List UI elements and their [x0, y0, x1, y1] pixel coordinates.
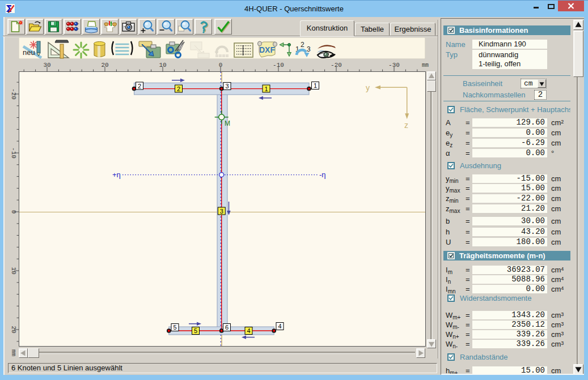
- svg-text:2: 2: [138, 83, 141, 89]
- svg-text:5: 5: [194, 327, 197, 334]
- svg-text:mm: mm: [10, 349, 16, 356]
- svg-text:6: 6: [225, 324, 229, 331]
- svg-text:2: 2: [177, 86, 180, 92]
- svg-text:4: 4: [278, 323, 281, 330]
- svg-text:y: y: [366, 83, 370, 92]
- svg-text:1: 1: [264, 86, 268, 92]
- svg-text:z: z: [404, 121, 408, 130]
- svg-text:M: M: [225, 119, 230, 127]
- svg-text:3: 3: [225, 83, 229, 89]
- svg-text:mm: mm: [422, 62, 429, 69]
- svg-text:-η: -η: [319, 170, 326, 179]
- svg-text:neu: neu: [23, 48, 35, 57]
- svg-text:3: 3: [307, 45, 311, 53]
- svg-text:DXF: DXF: [259, 45, 275, 54]
- svg-text:2: 2: [301, 41, 304, 49]
- svg-text:+η: +η: [112, 170, 121, 179]
- svg-text:1: 1: [314, 82, 317, 89]
- svg-text:3: 3: [220, 208, 223, 215]
- svg-text:5: 5: [173, 324, 176, 331]
- svg-text:4: 4: [247, 327, 250, 334]
